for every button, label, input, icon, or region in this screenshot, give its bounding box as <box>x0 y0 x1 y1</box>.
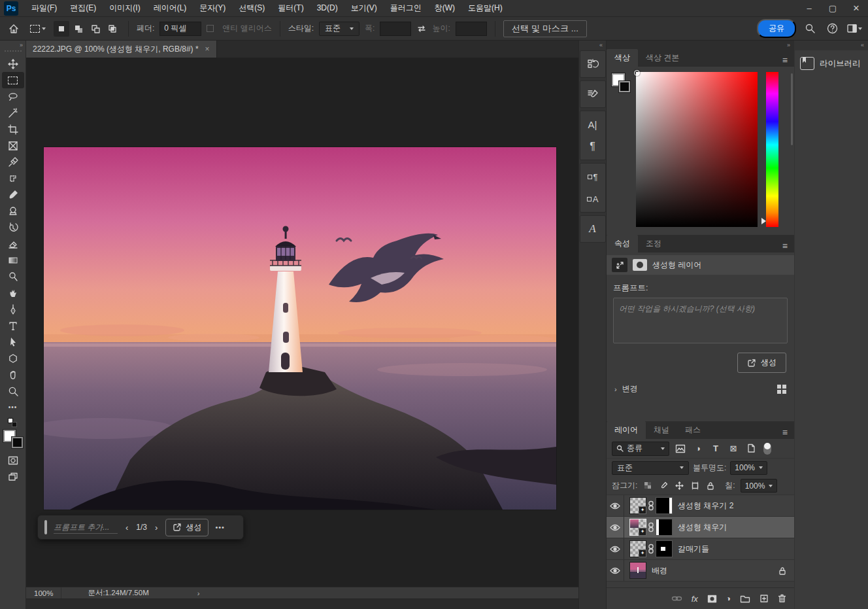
quick-mask-button[interactable] <box>2 452 24 468</box>
tab-adjustments[interactable]: 조정 <box>638 235 669 252</box>
layer-name[interactable]: 생성형 채우기 <box>678 522 727 533</box>
layer-thumbnail[interactable] <box>630 563 646 578</box>
history-panel-button[interactable] <box>581 54 605 75</box>
minimize-button[interactable]: – <box>797 0 821 17</box>
lock-pixels-button[interactable] <box>658 481 669 491</box>
zoom-level-field[interactable]: 100% <box>26 587 61 599</box>
select-and-mask-button[interactable]: 선택 및 마스크 ... <box>503 20 587 37</box>
character-styles-panel-button[interactable]: A <box>581 188 605 209</box>
tool-spot-healing[interactable] <box>2 170 24 186</box>
layer-mask-thumbnail[interactable] <box>656 519 672 535</box>
drag-handle-icon[interactable] <box>44 520 47 534</box>
panel-menu-icon[interactable]: ≡ <box>776 55 794 67</box>
visibility-cell[interactable] <box>607 560 624 581</box>
filter-pixel-layers-button[interactable] <box>674 442 687 455</box>
panel-menu-icon[interactable]: ≡ <box>776 427 794 439</box>
menu-view[interactable]: 보기(V) <box>344 0 384 16</box>
libraries-panel-button[interactable]: 라이브러리 <box>795 50 868 77</box>
background-color-swatch[interactable] <box>619 81 630 92</box>
tool-rectangular-marquee[interactable] <box>2 72 24 88</box>
tool-eyedropper[interactable] <box>2 154 24 170</box>
layer-thumbnail[interactable]: ✦ <box>630 498 646 513</box>
tool-pen[interactable] <box>2 301 24 317</box>
canvas-pasteboard[interactable]: ‹ 1/3 › 생성 ••• <box>26 58 578 587</box>
share-button[interactable]: 공유 <box>757 19 796 38</box>
menu-file[interactable]: 파일(F) <box>25 0 63 16</box>
screen-mode-button[interactable] <box>2 468 24 485</box>
tab-channels[interactable]: 채널 <box>646 421 677 439</box>
tool-gradient[interactable] <box>2 252 24 268</box>
layer-mask-thumbnail[interactable] <box>656 541 672 557</box>
menu-type[interactable]: 문자(Y) <box>193 0 232 16</box>
visibility-cell[interactable] <box>607 517 624 538</box>
style-select[interactable]: 표준 <box>319 22 359 36</box>
tool-shape[interactable] <box>2 350 24 366</box>
blend-mode-select[interactable]: 표준 <box>612 461 689 475</box>
prompt-input[interactable] <box>54 521 118 534</box>
filter-smart-objects-button[interactable] <box>744 442 758 455</box>
toolbar-grip[interactable] <box>5 50 22 52</box>
link-layers-button[interactable] <box>671 595 682 602</box>
subtract-selection-button[interactable] <box>88 21 103 37</box>
tool-hand[interactable] <box>2 366 24 383</box>
layer-mask-chip[interactable] <box>633 259 647 271</box>
hue-slider[interactable] <box>766 72 778 227</box>
layer-thumbnail[interactable]: ✦ <box>630 541 646 557</box>
feather-input[interactable] <box>159 22 201 36</box>
panel-menu-icon[interactable]: ≡ <box>776 241 794 252</box>
menu-plugins[interactable]: 플러그인 <box>384 0 428 16</box>
current-tool-preset[interactable] <box>27 24 48 34</box>
width-input[interactable] <box>380 22 411 36</box>
tab-paths[interactable]: 패스 <box>677 421 709 439</box>
generate-button[interactable]: 생성 <box>165 519 209 536</box>
lock-all-button[interactable] <box>705 481 716 491</box>
tool-path-select[interactable] <box>2 334 24 350</box>
tool-clone-stamp[interactable] <box>2 203 24 219</box>
layer-mask-thumbnail[interactable] <box>656 498 672 513</box>
tool-magic-wand[interactable] <box>2 105 24 121</box>
add-selection-button[interactable] <box>71 21 86 37</box>
mask-link-icon[interactable] <box>648 500 654 511</box>
new-group-button[interactable] <box>740 595 750 603</box>
color-picker-marker[interactable] <box>634 70 640 76</box>
tool-crop[interactable] <box>2 121 24 137</box>
tool-lasso[interactable] <box>2 88 24 105</box>
close-button[interactable]: ✕ <box>844 0 868 17</box>
new-selection-button[interactable] <box>54 21 69 37</box>
generative-layer-button[interactable] <box>612 258 627 272</box>
antialias-checkbox[interactable] <box>207 25 214 32</box>
libraries-collapse-button[interactable]: « <box>794 41 868 50</box>
search-button[interactable] <box>801 20 818 37</box>
lock-transparency-button[interactable] <box>643 481 653 491</box>
height-input[interactable] <box>456 22 487 36</box>
layer-name[interactable]: 생성형 채우기 2 <box>678 500 733 512</box>
layer-row-background[interactable]: 배경 <box>607 560 794 582</box>
menu-filter[interactable]: 필터(T) <box>271 0 310 16</box>
filter-kind-select[interactable]: 종류 <box>612 442 669 456</box>
home-button[interactable] <box>5 20 22 37</box>
filter-shape-layers-button[interactable]: ⊠ <box>727 442 740 455</box>
delete-layer-button[interactable] <box>778 594 786 603</box>
visibility-cell[interactable] <box>607 538 624 559</box>
layer-name[interactable]: 배경 <box>652 565 667 576</box>
menu-image[interactable]: 이미지(I) <box>103 0 146 16</box>
variations-grid-icon[interactable] <box>777 385 786 394</box>
layer-row-selected[interactable]: ✦ 생성형 채우기 <box>607 517 794 538</box>
prev-variation-button[interactable]: ‹ <box>124 523 129 532</box>
brush-settings-panel-button[interactable] <box>581 84 605 105</box>
filter-type-layers-button[interactable]: T <box>709 442 722 455</box>
tab-close-icon[interactable]: × <box>205 44 210 54</box>
character-panel-button[interactable]: A| <box>581 114 605 135</box>
maximize-button[interactable]: ▢ <box>821 0 844 17</box>
menu-layer[interactable]: 레이어(L) <box>147 0 193 16</box>
help-button[interactable] <box>824 20 841 37</box>
layer-name[interactable]: 갈매기들 <box>678 544 709 555</box>
lock-position-button[interactable] <box>674 481 684 491</box>
hue-slider-marker[interactable] <box>761 218 766 224</box>
toolbar-more-button[interactable]: ••• <box>2 399 24 415</box>
paragraph-styles-panel-button[interactable]: ¶ <box>581 166 605 187</box>
new-layer-button[interactable] <box>760 594 769 603</box>
document-tab[interactable]: 22222.JPG @ 100% (생성형 채우기, RGB/8#) * × <box>26 41 217 58</box>
menu-3d[interactable]: 3D(D) <box>310 0 344 16</box>
more-options-button[interactable]: ••• <box>215 523 225 531</box>
